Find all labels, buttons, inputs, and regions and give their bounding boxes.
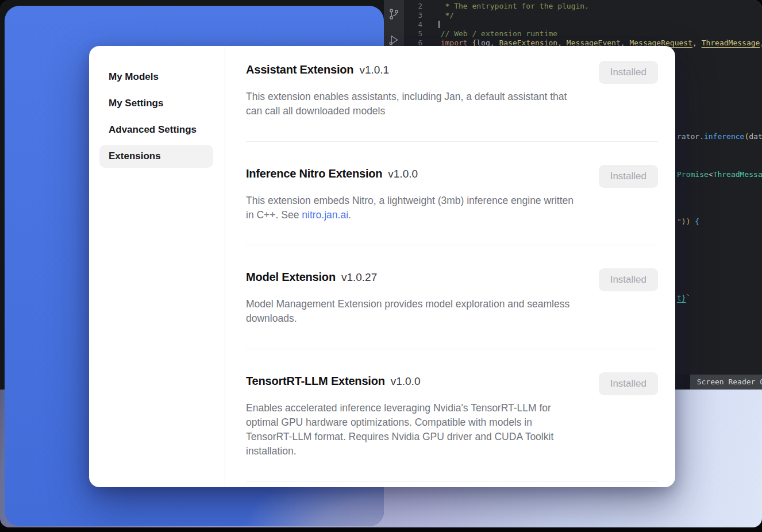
extension-description: Model Management Extension provides mode… [246, 297, 578, 326]
code-token: rator [677, 132, 699, 141]
code-token: inference [704, 132, 744, 141]
extension-name: TensortRT-LLM Extension [246, 375, 385, 387]
settings-modal: My Models My Settings Advanced Settings … [89, 46, 675, 487]
code-token: ` [686, 294, 691, 302]
extensions-list: Assistant Extensionv1.0.1 Installed This… [225, 46, 675, 487]
extension-title: TensortRT-LLM Extensionv1.0.0 [246, 375, 420, 388]
extension-version: v1.0.0 [391, 375, 421, 387]
extension-row-tensorrt: TensortRT-LLM Extensionv1.0.0 Installed … [246, 349, 658, 481]
screenshot-stage: 2 * The entrypoint for the plugin.3 */45… [0, 0, 762, 532]
code-token: Promise [677, 170, 709, 179]
installed-button[interactable]: Installed [599, 372, 658, 395]
code-token: . [699, 132, 704, 141]
extension-description: This extension embeds Nitro, a lightweig… [246, 194, 578, 222]
code-token: data [749, 132, 762, 141]
sidebar-item-my-settings[interactable]: My Settings [99, 92, 213, 115]
installed-button[interactable]: Installed [599, 268, 658, 291]
extension-description: This extension enables assistants, inclu… [246, 90, 578, 118]
extension-version: v1.0.0 [388, 168, 418, 180]
extension-version: v1.0.27 [341, 271, 377, 283]
sidebar-item-extensions[interactable]: Extensions [99, 145, 213, 168]
settings-sidebar: My Models My Settings Advanced Settings … [89, 46, 225, 487]
nitro-jan-ai-link[interactable]: nitro.jan.ai [302, 209, 348, 221]
installed-button[interactable]: Installed [599, 165, 658, 188]
extension-title: Assistant Extensionv1.0.1 [246, 63, 389, 76]
extension-row-model: Model Extensionv1.0.27 Installed Model M… [246, 245, 658, 349]
description-text: . [348, 209, 351, 221]
extension-row-assistant: Assistant Extensionv1.0.1 Installed This… [246, 63, 658, 142]
extension-version: v1.0.1 [359, 64, 389, 76]
installed-button[interactable]: Installed [599, 61, 658, 84]
extension-title: Inference Nitro Extensionv1.0.0 [246, 167, 418, 180]
code-token: t} [677, 294, 686, 302]
extension-row-nitro: Inference Nitro Extensionv1.0.0 Installe… [246, 142, 658, 246]
screen-reader-badge[interactable]: Screen Reader Optimized [690, 375, 762, 390]
extension-name: Model Extension [246, 271, 336, 283]
sidebar-item-my-models[interactable]: My Models [99, 65, 213, 88]
code-fragment: Promise<ThreadMessage> [677, 170, 762, 179]
code-token: ThreadMessage [713, 170, 762, 179]
code-token: { [690, 217, 699, 226]
extension-name: Assistant Extension [246, 63, 353, 76]
code-token: )) [682, 217, 691, 226]
code-fragment: rator.inference(data)); [677, 132, 762, 141]
manual-installation-row: Manual Installation Select Select an ext… [246, 481, 658, 487]
extension-name: Inference Nitro Extension [246, 167, 382, 180]
extension-description: Enables accelerated inference leveraging… [246, 401, 578, 458]
code-token: " [677, 217, 682, 226]
code-token: < [709, 170, 713, 179]
sidebar-item-advanced-settings[interactable]: Advanced Settings [99, 118, 213, 141]
code-fragment: t}` [677, 294, 690, 302]
code-fragment: ")) { [677, 217, 699, 226]
description-text: This extension embeds Nitro, a lightweig… [246, 195, 574, 221]
extension-title: Model Extensionv1.0.27 [246, 271, 377, 284]
